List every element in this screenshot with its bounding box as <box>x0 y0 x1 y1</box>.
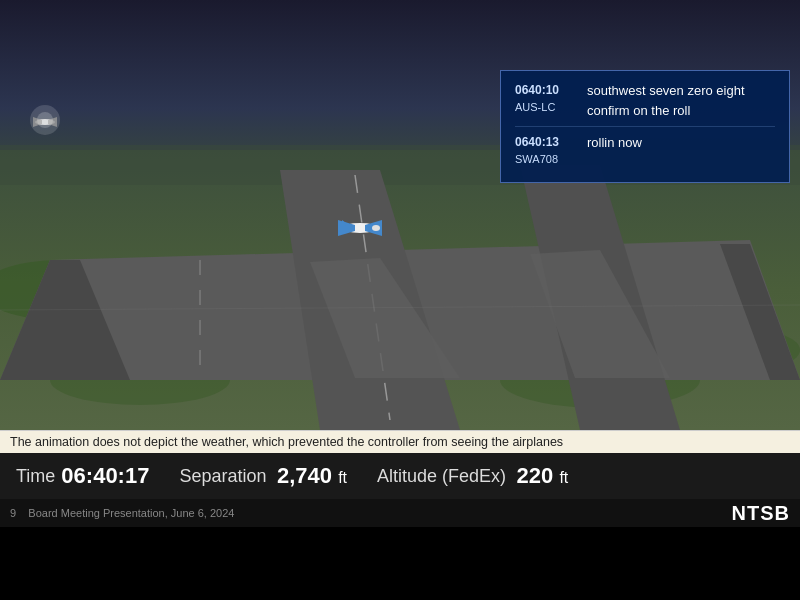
separation-value: 2,740 ft <box>277 463 347 489</box>
comm-time-callsign-2: 0640:13 SWA708 <box>515 133 575 168</box>
comm-callsign-1: AUS-LC <box>515 99 575 116</box>
comm-entry-1: 0640:10 AUS-LC southwest seven zero eigh… <box>515 81 775 120</box>
runway-scene <box>0 0 800 430</box>
comm-time-1: 0640:10 <box>515 81 575 99</box>
svg-point-24 <box>372 225 380 231</box>
simulation-view: 0640:10 AUS-LC southwest seven zero eigh… <box>0 0 800 430</box>
separation-label: Separation <box>179 466 266 487</box>
slide-number: 9 <box>10 507 16 519</box>
comm-entry-2: 0640:13 SWA708 rollin now <box>515 133 775 168</box>
footer-bar: 9 Board Meeting Presentation, June 6, 20… <box>0 499 800 527</box>
comm-message-2: rollin now <box>587 133 775 168</box>
ntsb-logo: NTSB <box>732 502 790 525</box>
time-label: Time <box>16 466 55 487</box>
main-container: 0640:10 AUS-LC southwest seven zero eigh… <box>0 0 800 600</box>
svg-point-29 <box>37 112 53 128</box>
footer-left: 9 Board Meeting Presentation, June 6, 20… <box>10 507 234 519</box>
comm-time-callsign-1: 0640:10 AUS-LC <box>515 81 575 120</box>
comm-divider <box>515 126 775 127</box>
comm-callsign-2: SWA708 <box>515 151 575 168</box>
comm-overlay: 0640:10 AUS-LC southwest seven zero eigh… <box>500 70 790 183</box>
status-bar: Time 06:40:17 Separation 2,740 ft Altitu… <box>0 453 800 499</box>
presentation-name: Board Meeting Presentation, June 6, 2024 <box>28 507 234 519</box>
altitude-value: 220 ft <box>517 463 569 489</box>
time-value: 06:40:17 <box>61 463 149 489</box>
altitude-label: Altitude (FedEx) <box>377 466 506 487</box>
disclaimer-bar: The animation does not depict the weathe… <box>0 430 800 453</box>
disclaimer-text: The animation does not depict the weathe… <box>10 435 563 449</box>
comm-message-1: southwest seven zero eight confirm on th… <box>587 81 775 120</box>
comm-time-2: 0640:13 <box>515 133 575 151</box>
